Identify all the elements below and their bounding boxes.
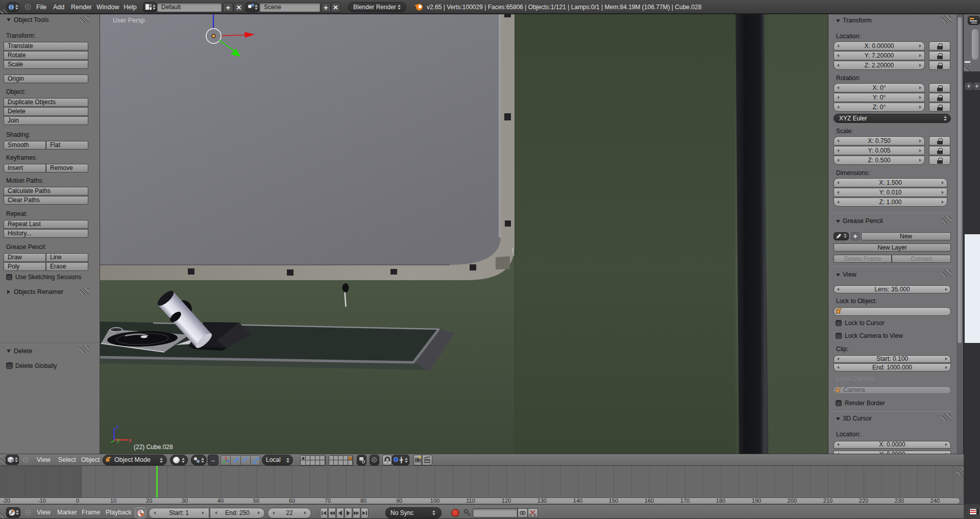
- svg-text:x: x: [129, 437, 132, 443]
- svg-text:z: z: [116, 424, 119, 430]
- svg-text:y: y: [117, 437, 120, 443]
- svg-text:(22) Cube.028: (22) Cube.028: [134, 443, 173, 451]
- svg-text:User Persp: User Persp: [113, 17, 145, 24]
